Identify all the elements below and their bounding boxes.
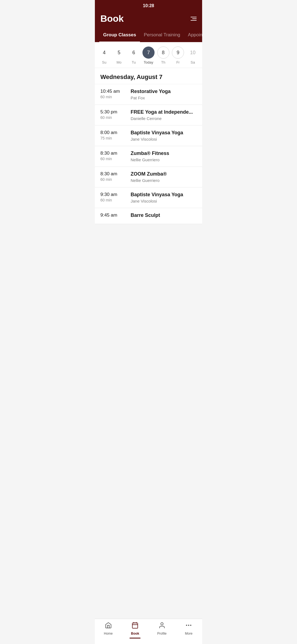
class-time-5: 9:30 am 60 min <box>100 192 131 202</box>
header: Book <box>95 10 202 29</box>
class-item-6[interactable]: 9:45 am Barre Sculpt <box>95 208 202 224</box>
date-heading: Wednesday, August 7 <box>95 68 202 84</box>
status-bar: 10:28 <box>95 0 202 10</box>
class-time-1: 5:30 pm 60 min <box>100 109 131 120</box>
day-number-8: 8 <box>157 47 169 59</box>
tab-group-classes[interactable]: Group Classes <box>99 29 140 42</box>
class-item-0[interactable]: 10:45 am 60 min Restorative Yoga Pat Fox <box>95 84 202 105</box>
class-time-6: 9:45 am <box>100 212 131 219</box>
class-info-4: ZOOM Zumba® Nellie Guerriero <box>131 171 197 183</box>
class-time-2: 8:00 am 75 min <box>100 130 131 140</box>
class-info-6: Barre Sculpt <box>131 212 197 219</box>
class-info-5: Baptiste Vinyasa Yoga Jane Viscolosi <box>131 192 197 203</box>
filter-icon[interactable] <box>191 17 197 21</box>
class-item-5[interactable]: 9:30 am 60 min Baptiste Vinyasa Yoga Jan… <box>95 187 202 208</box>
day-label-4: Su <box>102 60 106 64</box>
class-item-3[interactable]: 8:30 am 60 min Zumba® Fitness Nellie Gue… <box>95 146 202 167</box>
status-time: 10:28 <box>143 3 154 8</box>
class-time-4: 8:30 am 60 min <box>100 171 131 182</box>
calendar-day-9[interactable]: 9 Fr <box>171 47 185 64</box>
class-item-1[interactable]: 5:30 pm 60 min FREE Yoga at Independe...… <box>95 105 202 125</box>
day-number-10: 10 <box>187 47 199 59</box>
class-time-3: 8:30 am 60 min <box>100 151 131 161</box>
calendar-day-7[interactable]: 7 Today <box>142 47 155 64</box>
day-number-9: 9 <box>172 47 184 59</box>
class-time-0: 10:45 am 60 min <box>100 89 131 99</box>
main-content: 4 Su 5 Mo 6 Tu 7 Today 8 Th 9 Fr 10 Sa W… <box>95 42 202 249</box>
class-item-2[interactable]: 8:00 am 75 min Baptiste Vinyasa Yoga Jan… <box>95 125 202 146</box>
calendar-day-8[interactable]: 8 Th <box>157 47 170 64</box>
day-label-6: Tu <box>132 60 136 64</box>
class-item-4[interactable]: 8:30 am 60 min ZOOM Zumba® Nellie Guerri… <box>95 167 202 187</box>
calendar-day-10[interactable]: 10 Sa <box>186 47 199 64</box>
day-label-10: Sa <box>191 60 195 64</box>
calendar-day-5[interactable]: 5 Mo <box>112 47 126 64</box>
class-info-3: Zumba® Fitness Nellie Guerriero <box>131 151 197 162</box>
calendar-day-4[interactable]: 4 Su <box>98 47 111 64</box>
tab-appointments[interactable]: Appointments <box>184 29 202 42</box>
calendar-strip: 4 Su 5 Mo 6 Tu 7 Today 8 Th 9 Fr 10 Sa <box>95 42 202 68</box>
calendar-day-6[interactable]: 6 Tu <box>127 47 140 64</box>
day-number-7: 7 <box>142 47 155 59</box>
class-info-2: Baptiste Vinyasa Yoga Jane Viscolosi <box>131 130 197 141</box>
page-title: Book <box>100 13 124 24</box>
tab-bar: Group Classes Personal Training Appointm… <box>95 29 202 42</box>
day-label-5: Mo <box>117 60 122 64</box>
day-number-5: 5 <box>113 47 125 59</box>
day-label-8: Th <box>161 60 165 64</box>
day-number-6: 6 <box>128 47 140 59</box>
day-label-today: Today <box>144 60 153 64</box>
class-list: 10:45 am 60 min Restorative Yoga Pat Fox… <box>95 84 202 224</box>
day-number-4: 4 <box>98 47 110 59</box>
class-info-0: Restorative Yoga Pat Fox <box>131 89 197 100</box>
tab-personal-training[interactable]: Personal Training <box>140 29 184 42</box>
class-info-1: FREE Yoga at Independe... Danielle Cerro… <box>131 109 197 121</box>
day-label-9: Fr <box>176 60 180 64</box>
